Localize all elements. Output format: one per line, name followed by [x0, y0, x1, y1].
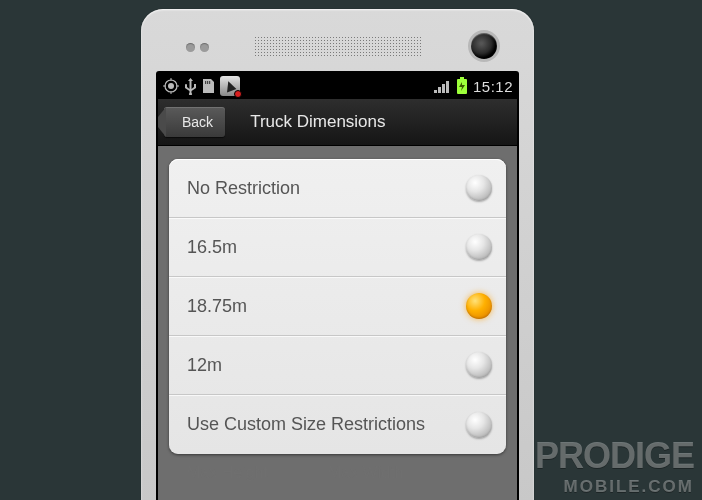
option-label: 16.5m: [187, 237, 237, 258]
sd-card-icon: [201, 77, 216, 95]
footer-labels: Max Height Max Width: [169, 454, 506, 482]
svg-rect-6: [205, 81, 206, 84]
radio-icon-selected: [466, 293, 492, 319]
option-label: 12m: [187, 355, 222, 376]
usb-icon: [184, 77, 197, 95]
navigation-app-icon: [220, 76, 240, 96]
back-button-label: Back: [182, 114, 213, 130]
front-camera: [471, 33, 497, 59]
signal-icon: [433, 79, 451, 94]
watermark: PRODIGE MOBILE.COM: [535, 441, 694, 494]
radio-icon: [466, 352, 492, 378]
page-title: Truck Dimensions: [250, 112, 385, 132]
option-16-5m[interactable]: 16.5m: [169, 218, 506, 277]
option-18-75m[interactable]: 18.75m: [169, 277, 506, 336]
option-12m[interactable]: 12m: [169, 336, 506, 395]
status-bar: 15:12: [158, 73, 517, 99]
content-area: No Restriction 16.5m 18.75m 12m: [158, 146, 517, 482]
watermark-line2: MOBILE.COM: [564, 477, 695, 496]
radio-icon: [466, 234, 492, 260]
screen-bezel: 15:12 Back Truck Dimensions No Restricti…: [156, 71, 519, 500]
option-label: 18.75m: [187, 296, 247, 317]
radio-icon: [466, 175, 492, 201]
screen: 15:12 Back Truck Dimensions No Restricti…: [158, 73, 517, 500]
max-width-label: Max Width: [328, 464, 404, 482]
max-height-label: Max Height: [187, 464, 268, 482]
radio-icon: [466, 412, 492, 438]
phone-device-frame: 15:12 Back Truck Dimensions No Restricti…: [141, 9, 534, 500]
svg-rect-7: [207, 81, 208, 84]
svg-rect-9: [460, 77, 464, 79]
phone-top-hardware: [156, 23, 519, 71]
status-clock: 15:12: [473, 78, 513, 95]
sensor-dots: [186, 43, 209, 52]
gps-icon: [162, 77, 180, 95]
battery-icon: [456, 77, 468, 95]
option-label: Use Custom Size Restrictions: [187, 414, 425, 435]
option-no-restriction[interactable]: No Restriction: [169, 159, 506, 218]
svg-point-0: [168, 83, 174, 89]
option-custom[interactable]: Use Custom Size Restrictions: [169, 395, 506, 454]
svg-rect-8: [209, 81, 210, 84]
watermark-line1: PRODIGE: [535, 441, 694, 472]
title-bar: Back Truck Dimensions: [158, 99, 517, 146]
back-button[interactable]: Back: [164, 107, 225, 137]
speaker-grille: [254, 36, 422, 58]
options-list: No Restriction 16.5m 18.75m 12m: [169, 159, 506, 454]
option-label: No Restriction: [187, 178, 300, 199]
